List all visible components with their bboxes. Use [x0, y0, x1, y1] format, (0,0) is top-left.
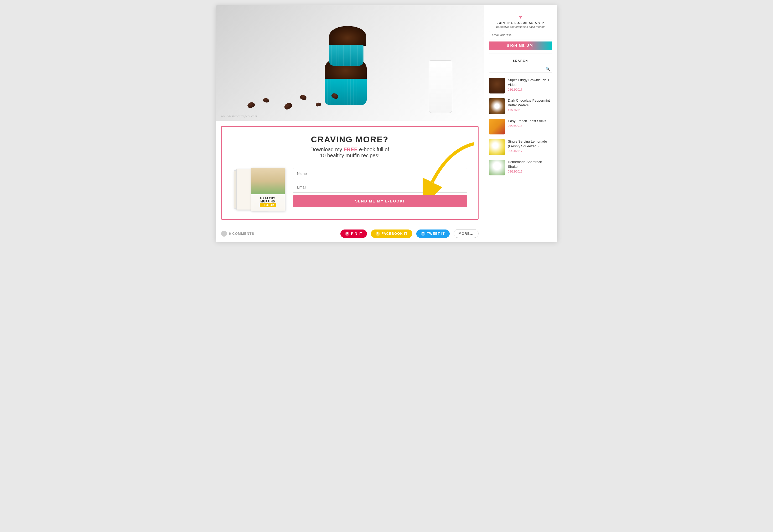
more-button[interactable]: MORE...: [454, 229, 479, 238]
post-date-4: 05/31/2017: [508, 149, 552, 153]
post-date-3: 06/08/2015: [508, 124, 552, 127]
promo-content: HEALTHY MUFFINS E-BOOK SEND ME MY E-BOOK…: [232, 164, 467, 211]
post-info-5: Homemade Shamrock Shake 03/12/2016: [508, 160, 552, 173]
thumb-shamrock-img: [489, 160, 505, 175]
search-wrapper: 🔍: [489, 65, 552, 72]
tweet-button[interactable]: t TWEET IT: [416, 230, 450, 238]
promo-subtitle-line2: 10 healthy muffin recipes!: [320, 153, 380, 158]
email-input[interactable]: [293, 182, 467, 193]
promo-subtitle-before: Download my: [310, 147, 344, 152]
promo-box: CRAVING MORE? Download my FREE e-book fu…: [221, 126, 479, 220]
post-title-4: Single Serving Lemonade (Freshly Squeeze…: [508, 139, 552, 149]
thumb-brownie-img: [489, 78, 505, 93]
signup-form: SEND ME MY E-BOOK!: [293, 168, 467, 207]
list-item[interactable]: Easy French Toast Sticks 06/08/2015: [489, 119, 552, 134]
cupcake-scene: [216, 5, 484, 121]
social-bar: 6 COMMENTS P PIN IT f FACEBOOK IT t TWEE…: [216, 225, 484, 242]
post-thumb-4: [489, 139, 505, 155]
chip-5: [315, 102, 321, 107]
promo-subtitle: Download my FREE e-book full of 10 healt…: [232, 147, 467, 159]
post-date-5: 03/12/2016: [508, 170, 552, 173]
pin-label: PIN IT: [351, 232, 362, 236]
post-thumb-1: [489, 78, 505, 93]
post-date-2: 11/27/2016: [508, 108, 552, 112]
vip-subtitle: to receive free printables each month!: [489, 25, 552, 28]
search-icon[interactable]: 🔍: [546, 66, 550, 71]
promo-title: CRAVING MORE?: [232, 135, 467, 144]
pin-icon: P: [345, 232, 349, 236]
search-section: SEARCH 🔍: [489, 59, 552, 72]
sign-up-button[interactable]: SIGN ME UP!: [489, 41, 552, 50]
post-title-2: Dark Chocolate Peppermint Butter Wafers: [508, 98, 552, 108]
post-thumb-2: [489, 98, 505, 114]
tweet-label: TWEET IT: [427, 232, 445, 236]
more-label: MORE...: [459, 232, 474, 236]
muffin-dome: [329, 26, 366, 46]
thumb-chocolate-img: [489, 98, 505, 114]
vip-title: JOIN THE E-CLUB AS A VIP: [489, 21, 552, 24]
send-ebook-button[interactable]: SEND ME MY E-BOOK!: [293, 195, 467, 207]
name-input[interactable]: [293, 168, 467, 179]
search-title: SEARCH: [489, 59, 552, 62]
chip-3: [283, 102, 293, 111]
ebook-front: HEALTHY MUFFINS E-BOOK: [251, 168, 285, 211]
twitter-icon: t: [421, 232, 425, 236]
list-item[interactable]: Dark Chocolate Peppermint Butter Wafers …: [489, 98, 552, 114]
facebook-button[interactable]: f FACEBOOK IT: [371, 230, 412, 238]
post-thumb-5: [489, 160, 505, 175]
post-info-1: Super Fudgy Brownie Pie + Video! 03/12/2…: [508, 78, 552, 91]
chip-4: [299, 94, 307, 101]
main-content: www.designeatrepeat.com CRAVING MORE? Do…: [216, 5, 484, 242]
chip-2: [263, 98, 269, 103]
post-title-3: Easy French Toast Sticks: [508, 119, 552, 123]
vip-email-input[interactable]: [489, 31, 552, 39]
thumb-lemonade-img: [489, 139, 505, 155]
promo-subtitle-after: e-book full of: [357, 147, 389, 152]
heart-icon: ♥: [489, 14, 552, 20]
facebook-icon: f: [376, 232, 380, 236]
hero-image: www.designeatrepeat.com: [216, 5, 484, 121]
ebook-title-l1: HEALTHY: [260, 197, 276, 200]
ebook-title-l3: E-BOOK: [260, 203, 276, 207]
post-info-4: Single Serving Lemonade (Freshly Squeeze…: [508, 139, 552, 153]
chip-6: [331, 92, 339, 100]
ebook-title-l2: MUFFINS: [260, 200, 276, 203]
list-item[interactable]: Single Serving Lemonade (Freshly Squeeze…: [489, 139, 552, 155]
cupcake-top: [329, 25, 366, 66]
vip-section: ♥ JOIN THE E-CLUB AS A VIP to receive fr…: [489, 11, 552, 54]
comments-button[interactable]: 6 COMMENTS: [221, 231, 255, 237]
list-item[interactable]: Homemade Shamrock Shake 03/12/2016: [489, 160, 552, 175]
thumb-toast-img: [489, 119, 505, 134]
post-date-1: 03/12/2017: [508, 88, 552, 91]
search-input[interactable]: [489, 65, 552, 72]
pin-button[interactable]: P PIN IT: [340, 230, 367, 238]
post-thumb-3: [489, 119, 505, 134]
list-item[interactable]: Super Fudgy Brownie Pie + Video! 03/12/2…: [489, 78, 552, 93]
chip-1: [247, 102, 255, 109]
sidebar: ♥ JOIN THE E-CLUB AS A VIP to receive fr…: [484, 5, 557, 242]
comment-icon: [221, 231, 227, 237]
promo-free-text: FREE: [344, 147, 357, 152]
post-title-1: Super Fudgy Brownie Pie + Video!: [508, 78, 552, 87]
post-title-5: Homemade Shamrock Shake: [508, 160, 552, 169]
choc-chips-area: [216, 81, 484, 113]
post-info-3: Easy French Toast Sticks 06/08/2015: [508, 119, 552, 127]
comments-label: 6 COMMENTS: [229, 232, 255, 236]
facebook-label: FACEBOOK IT: [381, 232, 408, 236]
page-wrapper: www.designeatrepeat.com CRAVING MORE? Do…: [216, 5, 557, 242]
recent-posts: Super Fudgy Brownie Pie + Video! 03/12/2…: [489, 78, 552, 175]
ebook-cover: HEALTHY MUFFINS E-BOOK: [232, 164, 285, 211]
post-info-2: Dark Chocolate Peppermint Butter Wafers …: [508, 98, 552, 112]
cup-liner-top: [329, 45, 363, 66]
watermark: www.designeatrepeat.com: [221, 114, 257, 118]
